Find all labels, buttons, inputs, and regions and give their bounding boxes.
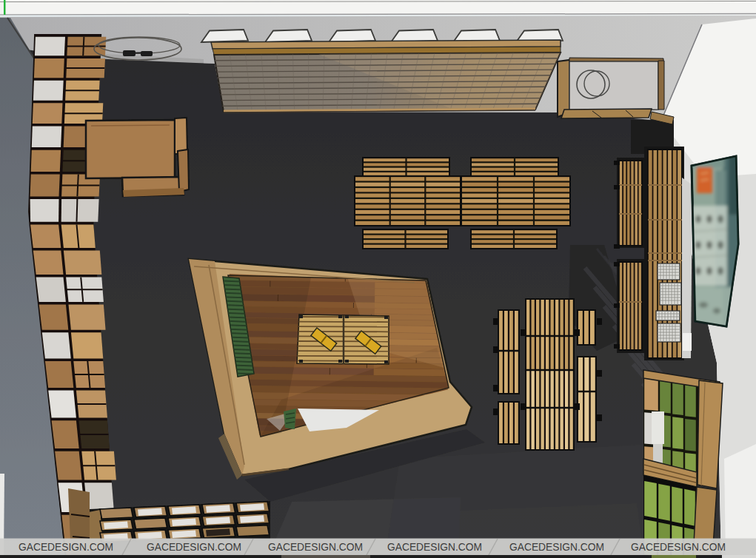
svg-text:GACEDESIGN.COM: GACEDESIGN.COM: [268, 542, 363, 553]
svg-text:GACEDESIGN.COM: GACEDESIGN.COM: [631, 542, 726, 553]
svg-text:GACEDESIGN.COM: GACEDESIGN.COM: [387, 542, 482, 553]
svg-text:GACEDESIGN.COM: GACEDESIGN.COM: [147, 542, 241, 553]
svg-text:GACEDESIGN.COM: GACEDESIGN.COM: [19, 542, 113, 553]
svg-text:GACEDESIGN.COM: GACEDESIGN.COM: [509, 542, 604, 553]
